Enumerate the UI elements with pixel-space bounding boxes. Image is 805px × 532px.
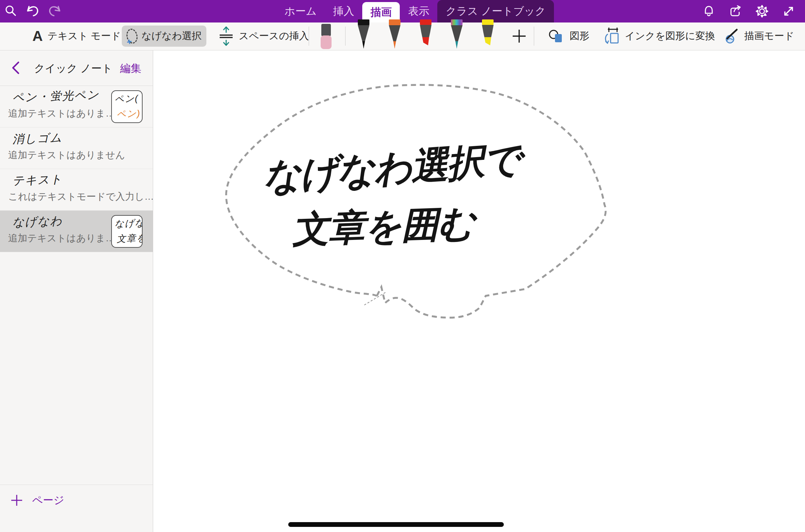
rainbow-pen-icon	[449, 19, 464, 51]
draw-ribbon: A テキスト モード + なげなわ選択 スペースの挿入	[0, 22, 805, 50]
share-icon[interactable]	[724, 0, 746, 22]
page-thumbnail: なげな 文章を	[111, 215, 143, 248]
settings-icon[interactable]	[751, 0, 773, 22]
yellow-highlighter-icon	[480, 19, 495, 51]
back-chevron-icon[interactable]	[10, 61, 20, 76]
plus-icon	[511, 28, 527, 44]
titlebar-left-icons	[0, 0, 65, 22]
page-list-sidebar: クイック ノート 編集 ペン・蛍光ペン 追加テキストはありま… ペン( ペン) …	[0, 50, 153, 532]
page-list-item-pen[interactable]: ペン・蛍光ペン 追加テキストはありま… ペン( ペン)	[0, 86, 153, 127]
insert-space-button[interactable]: スペースの挿入	[218, 22, 309, 50]
ink-handwriting-line1: なげなわ選択で	[261, 137, 527, 198]
plus-icon	[10, 494, 23, 507]
red-highlighter-icon	[418, 19, 433, 51]
black-pen-icon	[356, 19, 371, 51]
text-mode-icon: A	[32, 28, 43, 44]
sidebar-footer: ページ	[0, 485, 153, 532]
ink-to-shape-label: インクを図形に変換	[625, 29, 715, 43]
text-mode-button[interactable]: A テキスト モード	[32, 22, 121, 50]
yellow-highlighter[interactable]	[478, 19, 497, 51]
orange-pen[interactable]	[385, 19, 404, 51]
page-thumbnail: ペン( ペン)	[111, 90, 143, 123]
redo-icon[interactable]	[44, 0, 65, 22]
shapes-icon	[548, 29, 565, 44]
lasso-select-label: なげなわ選択	[142, 29, 202, 43]
draw-mode-icon	[722, 28, 740, 45]
ribbon-divider	[309, 27, 309, 46]
rainbow-pen[interactable]	[447, 19, 466, 51]
sidebar-header: クイック ノート 編集	[0, 50, 153, 86]
lasso-select-button[interactable]: + なげなわ選択	[122, 26, 206, 47]
eraser-icon	[318, 23, 334, 50]
shapes-button[interactable]: 図形	[548, 22, 589, 50]
page-list-item-eraser[interactable]: 消しゴム 追加テキストはありません	[0, 127, 153, 169]
shapes-label: 図形	[570, 29, 589, 43]
notebook-title: クイック ノート	[34, 61, 113, 76]
ribbon-divider	[345, 27, 346, 46]
text-mode-label: テキスト モード	[47, 29, 121, 43]
add-page-label: ページ	[32, 493, 64, 507]
insert-space-icon	[218, 26, 234, 46]
eraser-tool[interactable]	[317, 23, 336, 55]
ribbon-divider	[534, 27, 534, 46]
ribbon-tabs: ホーム 挿入 描画 表示 クラス ノートブック	[276, 0, 554, 22]
edit-button[interactable]: 編集	[120, 61, 141, 76]
add-pen-button[interactable]	[510, 27, 529, 45]
insert-space-label: スペースの挿入	[239, 29, 309, 43]
search-icon[interactable]	[0, 0, 22, 22]
red-highlighter[interactable]	[416, 19, 435, 51]
lasso-icon: +	[125, 28, 138, 45]
undo-icon[interactable]	[22, 0, 44, 22]
note-canvas[interactable]: なげなわ選択で 文章を囲む	[153, 50, 805, 532]
ink-handwriting-line2: 文章を囲む	[291, 202, 478, 250]
page-list-item-lasso[interactable]: なげなわ 追加テキストはありま… なげな 文章を	[0, 211, 153, 252]
ink-layer: なげなわ選択で 文章を囲む	[153, 50, 805, 532]
page-list-item-text[interactable]: テキスト これはテキストモードで入力し…	[0, 169, 153, 211]
orange-pen-icon	[387, 19, 402, 51]
titlebar-right-icons	[698, 0, 800, 22]
onenote-window: ホーム 挿入 描画 表示 クラス ノートブック A テキスト モード	[0, 0, 805, 532]
notifications-icon[interactable]	[698, 0, 720, 22]
lasso-selection-path	[226, 85, 606, 318]
ink-to-shape-icon	[603, 27, 620, 45]
draw-mode-button[interactable]: 描画モード	[722, 22, 794, 50]
add-page-button[interactable]: ページ	[10, 493, 64, 507]
home-indicator[interactable]	[288, 522, 504, 527]
fullscreen-icon[interactable]	[778, 0, 800, 22]
ink-to-shape-button[interactable]: インクを図形に変換	[603, 22, 715, 50]
tab-home[interactable]: ホーム	[276, 0, 325, 22]
black-pen[interactable]	[354, 19, 373, 51]
draw-mode-label: 描画モード	[744, 29, 794, 43]
